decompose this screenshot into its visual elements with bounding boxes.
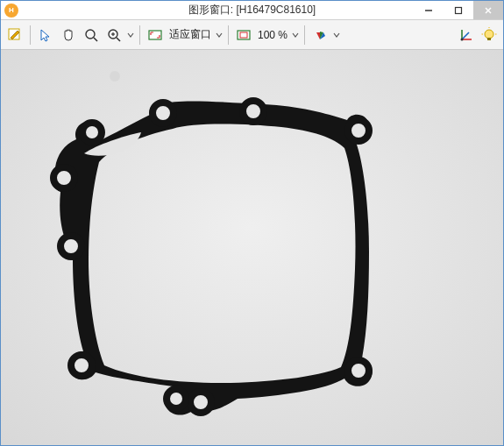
minimize-icon — [424, 6, 433, 15]
svg-point-30 — [167, 389, 186, 408]
svg-point-33 — [53, 167, 75, 188]
gasket-image — [1, 50, 503, 445]
fit-window-group: 适应窗口 — [145, 25, 224, 46]
magnifier-plus-icon — [106, 27, 122, 43]
maximize-icon — [454, 6, 463, 15]
svg-line-6 — [94, 38, 97, 41]
hint-tool-button[interactable] — [479, 25, 500, 46]
graphics-canvas[interactable] — [1, 50, 503, 445]
titlebar: H 图形窗口: [H16479C81610] — [1, 1, 503, 20]
toolbar: 适应窗口 100 % — [1, 20, 503, 50]
svg-point-29 — [190, 392, 211, 413]
minimize-button[interactable] — [414, 1, 444, 19]
toolbar-separator — [228, 25, 229, 45]
fit-window-icon — [147, 27, 163, 43]
chevron-down-icon — [127, 32, 134, 39]
svg-point-25 — [153, 103, 174, 124]
lightbulb-icon — [481, 27, 497, 43]
chevron-down-icon — [216, 32, 223, 39]
zoom-percent-label: 100 % — [256, 29, 289, 41]
svg-point-5 — [86, 30, 95, 39]
toolbar-separator — [304, 25, 305, 45]
hand-icon — [60, 27, 76, 43]
svg-rect-1 — [456, 7, 462, 13]
svg-point-34 — [82, 123, 102, 142]
zoom-in-tool-button[interactable] — [103, 25, 124, 46]
zoom-dropdown[interactable] — [126, 32, 135, 39]
svg-line-16 — [462, 32, 469, 39]
close-button[interactable] — [473, 1, 503, 19]
zoom-tool-button[interactable] — [81, 25, 102, 46]
toolbar-separator — [30, 25, 31, 45]
zoom-percent-icon — [236, 27, 252, 43]
svg-point-32 — [60, 236, 82, 257]
svg-line-8 — [117, 38, 120, 41]
chevron-down-icon — [333, 32, 340, 39]
close-icon — [484, 6, 493, 15]
fit-window-label: 适应窗口 — [167, 27, 213, 42]
axes-icon — [458, 27, 474, 43]
svg-rect-19 — [487, 38, 491, 40]
pan-tool-button[interactable] — [58, 25, 79, 46]
pointer-icon — [38, 27, 53, 43]
window-controls — [414, 1, 503, 19]
svg-point-28 — [348, 360, 369, 381]
graphics-window: H 图形窗口: [H16479C81610] — [0, 0, 504, 446]
app-icon: H — [4, 4, 18, 18]
chevron-down-icon — [292, 32, 299, 39]
color-fan-icon — [312, 27, 328, 43]
svg-point-18 — [485, 30, 493, 39]
svg-point-17 — [461, 38, 464, 40]
svg-point-26 — [243, 101, 264, 122]
fit-dropdown[interactable] — [215, 32, 224, 39]
zoom-percent-dropdown[interactable] — [291, 32, 300, 39]
color-tool-button[interactable] — [309, 25, 330, 46]
svg-point-24 — [110, 71, 120, 81]
fit-window-button[interactable] — [145, 25, 166, 46]
pointer-tool-button[interactable] — [35, 25, 56, 46]
maximize-button[interactable] — [444, 1, 473, 19]
svg-point-27 — [348, 120, 369, 141]
color-dropdown[interactable] — [332, 32, 341, 39]
toolbar-separator — [139, 25, 140, 45]
zoom-percent-button[interactable] — [233, 25, 254, 46]
edit-tool-button[interactable] — [4, 25, 25, 46]
magnifier-icon — [83, 27, 99, 43]
zoom-percent-group: 100 % — [233, 25, 300, 46]
pencil-icon — [7, 27, 23, 43]
axes-tool-button[interactable] — [456, 25, 477, 46]
svg-point-31 — [71, 355, 92, 376]
